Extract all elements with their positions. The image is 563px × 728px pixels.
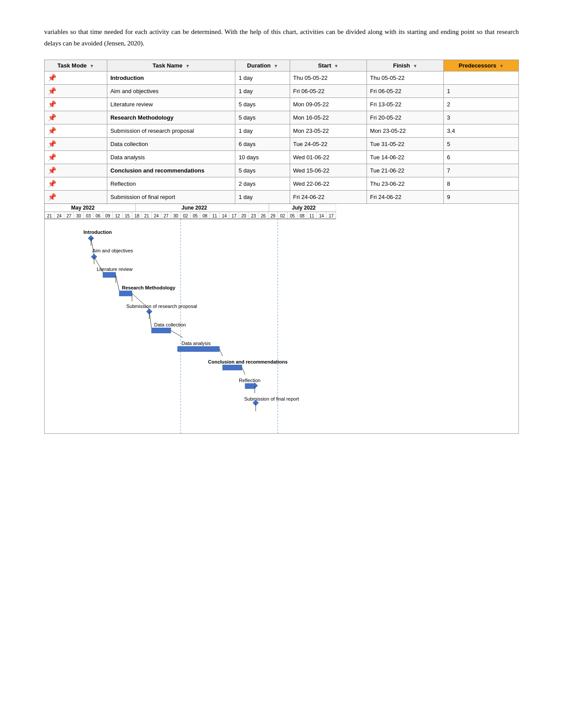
finish-cell: Tue 31-05-22 bbox=[367, 138, 444, 151]
th-task-mode: Task Mode ▼ bbox=[45, 60, 107, 71]
svg-text:05: 05 bbox=[290, 214, 295, 218]
svg-text:Data collection: Data collection bbox=[154, 322, 186, 327]
svg-text:June 2022: June 2022 bbox=[181, 205, 207, 211]
svg-line-102 bbox=[116, 275, 119, 291]
th-start-label: Start bbox=[318, 62, 331, 69]
task-name-cell: Introduction bbox=[107, 71, 235, 85]
duration-cell: 5 days bbox=[235, 111, 290, 124]
svg-text:14: 14 bbox=[319, 214, 324, 218]
svg-text:08: 08 bbox=[299, 214, 305, 218]
start-cell: Mon 16-05-22 bbox=[290, 111, 367, 124]
svg-text:27: 27 bbox=[66, 214, 72, 218]
task-mode-icon: 📌 bbox=[48, 74, 57, 82]
table-row: 📌 Research Methodology 5 days Mon 16-05-… bbox=[45, 111, 519, 124]
task-mode-cell: 📌 bbox=[45, 71, 107, 85]
svg-text:29: 29 bbox=[270, 214, 276, 218]
duration-cell: 10 days bbox=[235, 151, 290, 164]
svg-text:Aim and objectives: Aim and objectives bbox=[92, 248, 133, 253]
svg-text:27: 27 bbox=[163, 214, 169, 218]
gantt-table: Task Mode ▼ Task Name ▼ Duration ▼ Start… bbox=[44, 60, 519, 204]
th-duration-label: Duration bbox=[247, 62, 271, 69]
start-sort-icon[interactable]: ▼ bbox=[334, 64, 339, 68]
th-start: Start ▼ bbox=[290, 60, 367, 71]
svg-text:26: 26 bbox=[261, 214, 266, 218]
finish-sort-icon[interactable]: ▼ bbox=[413, 64, 417, 68]
svg-text:11: 11 bbox=[212, 214, 217, 218]
svg-text:05: 05 bbox=[193, 214, 198, 218]
svg-text:20: 20 bbox=[241, 214, 246, 218]
task-mode-cell: 📌 bbox=[45, 177, 107, 191]
svg-text:18: 18 bbox=[134, 214, 140, 218]
task-name-cell: Reflection bbox=[107, 177, 235, 191]
start-cell: Wed 15-06-22 bbox=[290, 164, 367, 177]
table-row: 📌 Data collection 6 days Tue 24-05-22 Tu… bbox=[45, 138, 519, 151]
svg-line-104 bbox=[149, 311, 151, 328]
start-cell: Wed 22-06-22 bbox=[290, 177, 367, 191]
task-mode-icon: 📌 bbox=[48, 127, 57, 135]
duration-sort-icon[interactable]: ▼ bbox=[274, 64, 278, 68]
task-mode-cell: 📌 bbox=[45, 151, 107, 164]
svg-text:08: 08 bbox=[202, 214, 208, 218]
task-mode-icon: 📌 bbox=[48, 113, 57, 122]
svg-text:02: 02 bbox=[183, 214, 188, 218]
start-cell: Fri 06-05-22 bbox=[290, 85, 367, 98]
start-cell: Fri 24-06-22 bbox=[290, 191, 367, 204]
th-task-mode-label: Task Mode bbox=[57, 62, 87, 69]
svg-text:09: 09 bbox=[105, 214, 110, 218]
task-mode-sort-icon[interactable]: ▼ bbox=[90, 64, 94, 68]
predecessors-cell: 9 bbox=[444, 191, 519, 204]
predecessors-cell bbox=[444, 71, 519, 85]
finish-cell: Fri 20-05-22 bbox=[367, 111, 444, 124]
finish-cell: Mon 23-05-22 bbox=[367, 124, 444, 138]
svg-rect-88 bbox=[178, 346, 219, 352]
svg-text:July 2022: July 2022 bbox=[292, 205, 316, 211]
finish-cell: Fri 06-05-22 bbox=[367, 85, 444, 98]
finish-cell: Fri 13-05-22 bbox=[367, 98, 444, 111]
svg-line-86 bbox=[171, 330, 183, 338]
finish-cell: Tue 14-06-22 bbox=[367, 151, 444, 164]
th-finish: Finish ▼ bbox=[367, 60, 444, 71]
predecessors-cell: 5 bbox=[444, 138, 519, 151]
task-mode-cell: 📌 bbox=[45, 138, 107, 151]
svg-rect-76 bbox=[103, 272, 116, 278]
table-row: 📌 Reflection 2 days Wed 22-06-22 Thu 23-… bbox=[45, 177, 519, 191]
svg-text:12: 12 bbox=[115, 214, 120, 218]
predecessors-cell: 3,4 bbox=[444, 124, 519, 138]
table-row: 📌 Conclusion and recommendations 5 days … bbox=[45, 164, 519, 177]
svg-text:May 2022: May 2022 bbox=[71, 205, 95, 211]
start-cell: Mon 09-05-22 bbox=[290, 98, 367, 111]
predecessors-sort-icon[interactable]: ▼ bbox=[499, 64, 504, 68]
table-row: 📌 Data analysis 10 days Wed 01-06-22 Tue… bbox=[45, 151, 519, 164]
finish-cell: Thu 23-06-22 bbox=[367, 177, 444, 191]
svg-text:Conclusion and recommendations: Conclusion and recommendations bbox=[208, 359, 287, 364]
task-mode-cell: 📌 bbox=[45, 191, 107, 204]
svg-rect-91 bbox=[223, 365, 242, 370]
th-task-name: Task Name ▼ bbox=[107, 60, 235, 71]
svg-text:Submission of research proposa: Submission of research proposal bbox=[126, 304, 197, 309]
th-predecessors: Predecessors ▼ bbox=[444, 60, 519, 71]
th-task-name-label: Task Name bbox=[153, 62, 183, 69]
task-name-cell: Submission of research proposal bbox=[107, 124, 235, 138]
task-mode-cell: 📌 bbox=[45, 85, 107, 98]
predecessors-cell: 6 bbox=[444, 151, 519, 164]
svg-line-89 bbox=[219, 349, 223, 356]
svg-text:17: 17 bbox=[231, 214, 237, 218]
svg-text:14: 14 bbox=[222, 214, 227, 218]
predecessors-cell: 8 bbox=[444, 177, 519, 191]
task-mode-icon: 📌 bbox=[48, 100, 57, 109]
task-name-cell: Data analysis bbox=[107, 151, 235, 164]
duration-cell: 6 days bbox=[235, 138, 290, 151]
gantt-chart-svg: May 2022 June 2022 July 2022 21 24 27 30… bbox=[45, 204, 336, 433]
table-row: 📌 Submission of final report 1 day Fri 2… bbox=[45, 191, 519, 204]
th-predecessors-label: Predecessors bbox=[459, 62, 496, 69]
task-mode-icon: 📌 bbox=[48, 140, 57, 148]
chart-area: May 2022 June 2022 July 2022 21 24 27 30… bbox=[44, 204, 519, 434]
task-mode-icon: 📌 bbox=[48, 193, 57, 201]
predecessors-cell: 7 bbox=[444, 164, 519, 177]
svg-text:Research Methodology: Research Methodology bbox=[122, 285, 176, 290]
table-row: 📌 Submission of research proposal 1 day … bbox=[45, 124, 519, 138]
svg-text:17: 17 bbox=[329, 214, 334, 218]
task-name-sort-icon[interactable]: ▼ bbox=[185, 64, 190, 68]
predecessors-cell: 2 bbox=[444, 98, 519, 111]
duration-cell: 1 day bbox=[235, 85, 290, 98]
